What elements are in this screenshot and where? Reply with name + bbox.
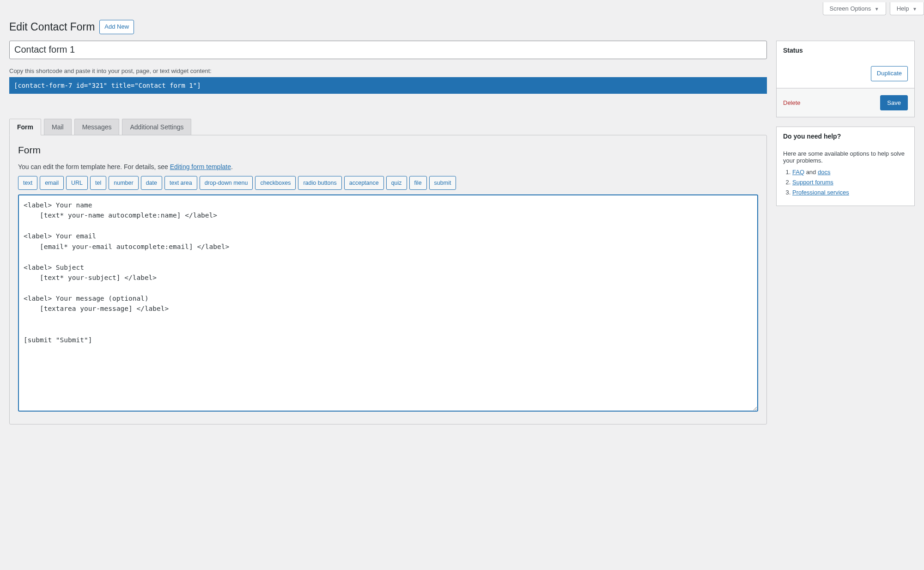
tag-button-drop-down-menu[interactable]: drop-down menu — [200, 176, 253, 190]
tab-row: Form Mail Messages Additional Settings — [9, 119, 767, 135]
help-intro: Here are some available options to help … — [783, 150, 908, 164]
docs-link[interactable]: docs — [818, 169, 830, 176]
status-postbox: Status Duplicate Delete Save — [776, 41, 915, 117]
tab-mail[interactable]: Mail — [44, 119, 72, 135]
form-template-textarea[interactable] — [18, 194, 758, 412]
panel-description: You can edit the form template here. For… — [18, 163, 758, 170]
shortcode-hint: Copy this shortcode and paste it into yo… — [9, 67, 767, 74]
tag-button-file[interactable]: file — [409, 176, 427, 190]
help-button[interactable]: Help ▼ — [890, 2, 924, 15]
tag-button-text[interactable]: text — [18, 176, 37, 190]
help-item-2: Support forums — [792, 179, 908, 186]
tab-messages[interactable]: Messages — [74, 119, 120, 135]
editing-form-template-link[interactable]: Editing form template — [170, 163, 231, 170]
panel-heading: Form — [18, 145, 758, 156]
panel-desc-prefix: You can edit the form template here. For… — [18, 163, 170, 170]
professional-services-link[interactable]: Professional services — [792, 189, 849, 196]
shortcode-code[interactable]: [contact-form-7 id="321" title="Contact … — [9, 77, 767, 94]
help-item-1: FAQ and docs — [792, 169, 908, 176]
tab-additional-settings[interactable]: Additional Settings — [122, 119, 191, 135]
help-label: Help — [897, 5, 909, 12]
chevron-down-icon: ▼ — [875, 6, 879, 12]
help-title: Do you need help? — [777, 127, 914, 146]
tag-button-submit[interactable]: submit — [429, 176, 456, 190]
tag-button-acceptance[interactable]: acceptance — [344, 176, 384, 190]
screen-options-button[interactable]: Screen Options ▼ — [823, 2, 886, 15]
support-forums-link[interactable]: Support forums — [792, 179, 833, 186]
tag-button-URL[interactable]: URL — [66, 176, 88, 190]
tag-button-tel[interactable]: tel — [90, 176, 106, 190]
tag-button-number[interactable]: number — [109, 176, 138, 190]
help-item-3: Professional services — [792, 189, 908, 196]
save-button[interactable]: Save — [880, 95, 908, 111]
status-title: Status — [777, 41, 914, 60]
chevron-down-icon: ▼ — [912, 6, 917, 12]
duplicate-button[interactable]: Duplicate — [871, 66, 908, 81]
tag-button-checkboxes[interactable]: checkboxes — [255, 176, 296, 190]
page-title: Edit Contact Form — [9, 21, 95, 33]
tab-form[interactable]: Form — [9, 119, 41, 135]
tag-button-email[interactable]: email — [40, 176, 64, 190]
panel-desc-suffix: . — [231, 163, 233, 170]
help-item-1-mid: and — [804, 169, 818, 176]
help-postbox: Do you need help? Here are some availabl… — [776, 127, 915, 206]
tag-button-row: textemailURLtelnumberdatetext areadrop-d… — [18, 176, 758, 190]
tag-button-date[interactable]: date — [141, 176, 162, 190]
form-title-input[interactable] — [9, 41, 767, 59]
tag-button-quiz[interactable]: quiz — [386, 176, 407, 190]
screen-options-label: Screen Options — [830, 5, 871, 12]
delete-link[interactable]: Delete — [783, 99, 801, 106]
add-new-button[interactable]: Add New — [99, 20, 134, 34]
tag-button-text-area[interactable]: text area — [164, 176, 197, 190]
tag-button-radio-buttons[interactable]: radio buttons — [298, 176, 341, 190]
faq-link[interactable]: FAQ — [792, 169, 804, 176]
